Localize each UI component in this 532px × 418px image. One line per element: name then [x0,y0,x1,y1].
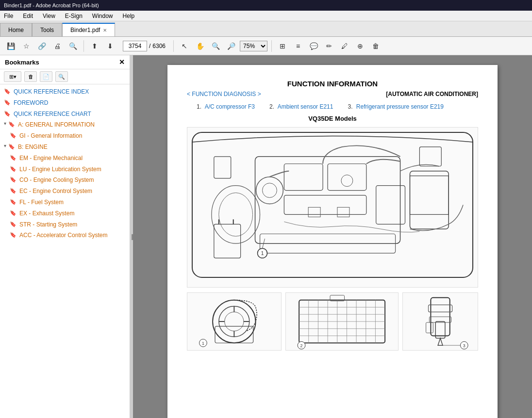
menu-file[interactable]: File [2,12,15,20]
sensor-svg: 3 [403,293,478,350]
bookmark-icon: 🔖 [10,199,17,205]
sidebar-item-co[interactable]: 🔖 CO - Engine Cooling System [0,175,130,186]
ref-num-2: 2. [269,103,274,110]
menu-esign[interactable]: E-Sign [63,12,84,20]
attach-button[interactable]: 🔗 [35,39,49,53]
svg-point-14 [219,193,253,237]
save-button[interactable]: 💾 [4,39,17,53]
ref-label-1[interactable]: A/C compressor F3 [205,103,255,110]
svg-point-2 [256,177,283,204]
hand-tool-button[interactable]: ✋ [193,39,207,53]
sidebar-item-acc[interactable]: 🔖 ACC - Accelerator Control System [0,230,130,241]
sidebar-item-em[interactable]: 🔖 EM - Engine Mechanical [0,153,130,164]
tab-binder1[interactable]: Binder1.pdf ✕ [62,23,115,36]
pdf-subtitle-left[interactable]: < FUNCTION DIAGNOSIS > [187,91,261,97]
tab-close-icon[interactable]: ✕ [103,28,107,33]
collapse-icon[interactable]: ▾ [4,121,6,126]
sidebar-delete-button[interactable]: 🗑 [24,71,37,82]
zoom-out-button[interactable]: 🔍 [209,39,222,53]
fit-page-button[interactable]: ⊞ [276,39,289,53]
sidebar-item-label: GI - General Information [19,132,82,140]
sidebar-item-label: LU - Engine Lubrication System [19,165,101,174]
pdf-subtitle-right: [AUTOMATIC AIR CONDITIONER] [386,91,478,97]
delete-button[interactable]: 🗑 [369,39,382,53]
svg-point-15 [341,175,353,187]
sidebar-item-engine[interactable]: ▾ 🔖 B: ENGINE [0,142,130,153]
pdf-subtitle-row: < FUNCTION DIAGNOSIS > [AUTOMATIC AIR CO… [187,91,478,97]
sidebar-title: Bookmarks [5,59,39,66]
tab-bar: Home Tools Binder1.pdf ✕ [0,21,532,37]
print-button[interactable]: 🖨 [50,39,64,53]
menu-edit[interactable]: Edit [21,12,35,20]
scroll-mode-button[interactable]: ≡ [291,39,305,53]
more-tools-button[interactable]: ⊕ [353,39,367,53]
nav-down-button[interactable]: ⬇ [103,39,117,53]
svg-text:2: 2 [300,343,302,348]
tools-extra-button[interactable]: 💬 [307,39,320,53]
comment-button[interactable]: ✏ [322,39,336,53]
svg-rect-20 [214,224,241,258]
tab-tools-label: Tools [40,27,54,33]
select-tool-button[interactable]: ↖ [178,39,191,53]
detail-image-3: 3 [402,292,478,351]
sidebar-new-button[interactable]: 📄 [40,71,52,82]
detail-image-2: 2 [285,292,399,351]
nav-up-button[interactable]: ⬆ [88,39,101,53]
sidebar-item-lu[interactable]: 🔖 LU - Engine Lubrication System [0,164,130,175]
sidebar-close-icon[interactable]: ✕ [119,58,125,66]
svg-rect-7 [376,186,405,225]
sidebar: Bookmarks ✕ ⊞▾ 🗑 📄 🔍 🔖 QUICK REFERENCE I… [0,55,130,418]
sidebar-item-label: FOREWORD [14,99,48,107]
sidebar-item-fl[interactable]: 🔖 FL - Fuel System [0,197,130,208]
bookmark-icon: 🔖 [4,111,12,117]
ref-label-2[interactable]: Ambient sensor E211 [278,103,333,110]
sidebar-item-foreword[interactable]: 🔖 FOREWORD [0,97,130,109]
menu-window[interactable]: Window [90,12,115,20]
condenser-svg: 2 [286,293,398,350]
sidebar-search-button[interactable]: 🔍 [55,71,68,82]
svg-rect-55 [426,322,433,333]
engine-diagram-top: 1 [187,127,478,288]
bookmark-icon: 🔖 [10,232,17,238]
tab-tools[interactable]: Tools [32,23,62,36]
svg-text:1: 1 [202,341,204,346]
compressor-svg: 1 [187,293,281,350]
sep2 [173,40,174,52]
sidebar-item-label: EX - Exhaust System [19,209,74,218]
sidebar-item-label: STR - Starting System [19,221,77,229]
bookmark-button[interactable]: ☆ [19,39,33,53]
collapse-icon[interactable]: ▾ [4,143,6,148]
sidebar-expand-all-button[interactable]: ⊞▾ [4,71,21,82]
sidebar-item-general-info[interactable]: ▾ 🔖 A: GENERAL INFORMATION [0,119,130,130]
menu-bar: File Edit View E-Sign Window Help [0,11,532,21]
bookmark-icon: 🔖 [10,155,17,161]
sidebar-item-str[interactable]: 🔖 STR - Starting System [0,219,130,230]
app-title: Binder1.pdf - Adobe Acrobat Pro (64-bit) [4,2,528,8]
svg-point-25 [225,312,244,331]
bookmark-icon: 🔖 [10,210,17,216]
menu-view[interactable]: View [41,12,57,20]
svg-rect-0 [192,132,473,277]
pdf-ref-1: 1. A/C compressor F3 [197,103,255,110]
pdf-title: FUNCTION INFORMATION [187,80,478,88]
sidebar-item-ex[interactable]: 🔖 EX - Exhaust System [0,208,130,219]
sidebar-item-label: CO - Engine Cooling System [19,176,94,184]
page-input[interactable] [123,41,147,51]
sidebar-item-gi[interactable]: 🔖 GI - General Information [0,130,130,142]
sidebar-item-ec[interactable]: 🔖 EC - Engine Control System [0,186,130,197]
bookmark-icon: 🔖 [10,166,17,172]
sign-button[interactable]: 🖊 [338,39,351,53]
bookmark-icon: 🔖 [8,144,16,150]
zoom-select[interactable]: 75% 50% 100% 125% 150% [240,41,267,51]
sidebar-item-quick-ref-chart[interactable]: 🔖 QUICK REFERENCE CHART [0,109,130,120]
tab-home[interactable]: Home [0,23,32,36]
bookmark-icon: 🔖 [10,221,17,227]
pdf-viewer-area[interactable]: FUNCTION INFORMATION < FUNCTION DIAGNOSI… [133,55,532,418]
pdf-ref-2: 2. Ambient sensor E211 [269,103,333,110]
sidebar-item-label: B: ENGINE [18,143,48,151]
ref-label-3[interactable]: Refrigerant pressure sensor E219 [356,103,444,110]
find-button[interactable]: 🔍 [66,39,80,53]
zoom-in-button[interactable]: 🔎 [224,39,238,53]
menu-help[interactable]: Help [121,12,137,20]
sidebar-item-quick-ref-index[interactable]: 🔖 QUICK REFERENCE INDEX [0,86,130,97]
